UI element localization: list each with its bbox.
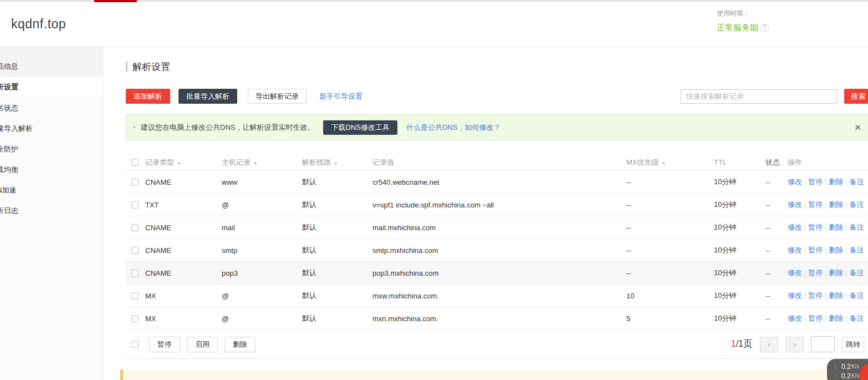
sidebar-item[interactable]: 品信息 xyxy=(0,47,103,77)
help-icon[interactable]: ? xyxy=(761,24,769,32)
remark-link[interactable]: 备注 xyxy=(849,223,864,231)
table-row: MX @ 默认 mxn.mxhichina.com. 5 10分钟 -- 修改|… xyxy=(126,307,868,330)
header-record-type[interactable]: 记录类型▲ xyxy=(145,158,222,168)
export-records-button[interactable]: 导出解析记录 xyxy=(248,89,307,104)
prev-page-button[interactable]: ‹ xyxy=(760,337,778,352)
modify-link[interactable]: 修改 xyxy=(788,246,802,254)
bulk-action-button[interactable]: 删除 xyxy=(224,337,256,352)
cell-status: -- xyxy=(765,178,788,186)
remark-link[interactable]: 备注 xyxy=(849,268,864,277)
download-dns-tool-button[interactable]: 下载DNS修改工具 xyxy=(323,120,397,135)
sidebar-item[interactable]: 名状态 xyxy=(0,98,103,118)
sort-icon[interactable]: ▲ xyxy=(253,160,258,165)
table-header-row: 记录类型▲ 主机记录▲ 解析线路▲ 记录值 MX优先级▲ TTL 状态 操作 xyxy=(126,154,868,171)
pause-link[interactable]: 暂停 xyxy=(808,268,823,277)
modify-link[interactable]: 修改 xyxy=(788,223,802,231)
modify-link[interactable]: 修改 xyxy=(788,268,802,277)
cell-operations: 修改|暂停|删除|备注 xyxy=(788,200,868,210)
modify-link[interactable]: 修改 xyxy=(788,291,802,300)
modify-link[interactable]: 修改 xyxy=(788,178,802,186)
page-info: 1/1页 xyxy=(731,338,752,350)
remark-link[interactable]: 备注 xyxy=(849,200,864,209)
sidebar-item[interactable]: 析日志 xyxy=(0,200,103,221)
footer-select-all-checkbox[interactable] xyxy=(131,341,139,348)
delete-link[interactable]: 删除 xyxy=(829,178,843,186)
what-is-public-dns-link[interactable]: 什么是公共DNS，如何修改？ xyxy=(406,123,501,133)
batch-import-button[interactable]: 批量导入解析 xyxy=(178,89,237,104)
dns-notice-bar: · 建议您在电脑上修改公共DNS，让解析设置实时生效。 下载DNS修改工具 什么… xyxy=(126,114,868,140)
row-checkbox[interactable] xyxy=(131,292,139,300)
sort-icon[interactable]: ▲ xyxy=(662,160,666,165)
select-all-checkbox[interactable] xyxy=(131,159,139,166)
pause-link[interactable]: 暂停 xyxy=(808,246,823,254)
bulk-action-button[interactable]: 启用 xyxy=(187,337,218,352)
sort-icon[interactable]: ▲ xyxy=(177,160,181,165)
delete-link[interactable]: 删除 xyxy=(829,200,843,209)
pause-link[interactable]: 暂停 xyxy=(808,178,823,186)
remark-link[interactable]: 备注 xyxy=(849,246,864,254)
sidebar-item[interactable]: N加速 xyxy=(0,180,103,200)
sort-icon[interactable]: ▲ xyxy=(334,160,338,165)
pause-link[interactable]: 暂停 xyxy=(808,200,823,209)
cell-record-type: CNAME xyxy=(145,269,222,277)
op-separator: | xyxy=(845,269,847,277)
modify-link[interactable]: 修改 xyxy=(788,200,802,209)
search-input[interactable] xyxy=(681,89,837,104)
cell-record-value: mail.mxhichina.com xyxy=(372,224,626,232)
delete-link[interactable]: 删除 xyxy=(829,314,843,322)
row-checkbox[interactable] xyxy=(131,224,139,231)
page-jump-input[interactable] xyxy=(811,336,835,352)
remark-link[interactable]: 备注 xyxy=(849,314,864,322)
sidebar-item[interactable]: 全防护 xyxy=(0,139,103,159)
sidebar-item-label: 析日志 xyxy=(0,206,18,215)
sidebar-item[interactable]: 载均衡 xyxy=(0,159,103,180)
header-line[interactable]: 解析线路▲ xyxy=(302,158,372,168)
remark-link[interactable]: 备注 xyxy=(849,178,864,186)
pause-link[interactable]: 暂停 xyxy=(808,314,823,322)
delete-link[interactable]: 删除 xyxy=(829,246,843,254)
app-header: kqdnf.top 使用时限： 正常服务期? xyxy=(0,2,868,47)
close-icon[interactable]: ✕ xyxy=(854,123,861,133)
table-row: CNAME www 默认 cr540.webcname.net -- 10分钟 … xyxy=(126,171,868,194)
chevron-left-icon: ‹ xyxy=(768,340,770,349)
delete-link[interactable]: 删除 xyxy=(829,291,843,300)
header-mx-priority[interactable]: MX优先级▲ xyxy=(626,158,714,168)
guide-settings-link[interactable]: 新手引导设置 xyxy=(319,92,362,102)
header-host-record[interactable]: 主机记录▲ xyxy=(222,158,302,168)
sidebar-item[interactable]: 析设置 xyxy=(0,77,103,98)
row-checkbox[interactable] xyxy=(131,270,139,277)
cell-host-record: www xyxy=(222,178,302,186)
cell-operations: 修改|暂停|删除|备注 xyxy=(788,245,868,255)
modify-link[interactable]: 修改 xyxy=(788,314,802,322)
cell-ttl: 10分钟 xyxy=(714,268,765,278)
row-checkbox[interactable] xyxy=(131,247,139,254)
op-separator: | xyxy=(804,292,806,300)
row-checkbox[interactable] xyxy=(131,315,139,322)
cell-record-value: v=spf1 include:spf.mxhichina.com ~all xyxy=(372,201,626,209)
cell-status: -- xyxy=(765,269,788,277)
upload-speed-value: 0.2 xyxy=(841,363,851,371)
sidebar-item[interactable]: 量导入解析 xyxy=(0,118,103,139)
row-checkbox[interactable] xyxy=(131,179,139,186)
pause-link[interactable]: 暂停 xyxy=(808,223,823,231)
notice-text: 建议您在电脑上修改公共DNS，让解析设置实时生效。 xyxy=(141,123,314,133)
pause-link[interactable]: 暂停 xyxy=(808,291,823,300)
remark-link[interactable]: 备注 xyxy=(849,291,864,300)
table-row: CNAME mail 默认 mail.mxhichina.com -- 10分钟… xyxy=(126,216,868,239)
delete-link[interactable]: 删除 xyxy=(829,268,843,277)
search-button[interactable]: 搜索 xyxy=(844,89,868,104)
page-title: 解析设置 xyxy=(132,60,170,73)
cell-mx-priority: 10 xyxy=(626,292,714,300)
cell-mx-priority: -- xyxy=(626,201,714,209)
cell-record-type: TXT xyxy=(145,201,222,209)
table-row: MX @ 默认 mxw.mxhichina.com. 10 10分钟 -- 修改… xyxy=(126,285,868,307)
page-jump-button[interactable]: 跳转 xyxy=(842,337,864,352)
cell-line: 默认 xyxy=(302,245,372,255)
cell-ttl: 10分钟 xyxy=(714,245,765,255)
next-page-button[interactable]: › xyxy=(785,337,804,352)
delete-link[interactable]: 删除 xyxy=(829,223,843,231)
op-separator: | xyxy=(845,178,847,186)
bulk-action-button[interactable]: 暂停 xyxy=(149,337,180,352)
row-checkbox[interactable] xyxy=(131,201,139,209)
add-record-button[interactable]: 添加解析 xyxy=(126,89,170,104)
